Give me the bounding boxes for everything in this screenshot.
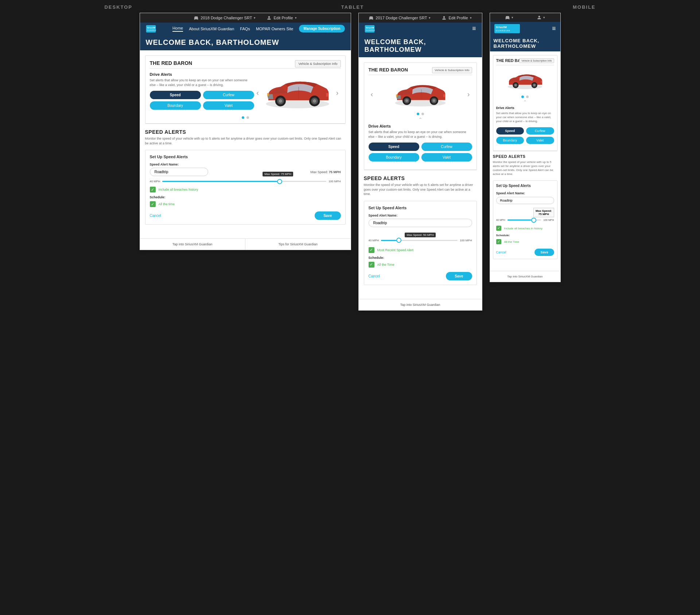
tablet-drive-alerts-title: Drive Alerts (369, 124, 472, 128)
mobile-form-subtitle: Set Up Speed Alerts (496, 184, 554, 188)
tablet-prev-arrow[interactable]: ‹ (369, 90, 376, 98)
tablet-slider-thumb[interactable] (396, 238, 401, 243)
svg-point-35 (533, 84, 535, 86)
mobile-vehicle-icon[interactable]: ▾ (505, 15, 513, 20)
tablet-next-arrow[interactable]: › (465, 90, 472, 98)
prev-arrow[interactable]: ‹ (254, 89, 261, 97)
speed-alert-name-input[interactable] (150, 168, 208, 176)
mobile-vehicle-card: THE RED BARON Vehicle & Subscription Inf… (493, 55, 557, 151)
mobile-slider-thumb[interactable] (531, 218, 536, 223)
mobile-logo: SiriusXM GUARDIAN (494, 24, 520, 33)
dot-2 (246, 116, 249, 119)
mobile-name-input[interactable] (496, 197, 554, 204)
mobile-vehicle-info-button[interactable]: Vehicle & Subscription Info (519, 58, 554, 63)
svg-rect-25 (396, 94, 397, 97)
mobile-all-time-label: All the Time (504, 240, 520, 244)
mobile-boundary-button[interactable]: Boundary (496, 137, 524, 144)
tablet-form-subtitle: Set Up Speed Alerts (369, 206, 472, 210)
mobile-footer: Tap into SiriusXM Guardian (490, 271, 560, 282)
desktop-slider-fill (162, 181, 277, 182)
nav-about[interactable]: About SiriusXM Guardian (189, 27, 234, 31)
tablet-boundary-button[interactable]: Boundary (369, 153, 419, 161)
desktop-footer-tips[interactable]: Tips for SiriusXM Guardian (245, 239, 351, 250)
nav-mopar[interactable]: MOPAR Owners Site (256, 27, 293, 31)
desktop-form-subtitle: Set Up Speed Alerts (150, 155, 341, 159)
tablet-curfew-button[interactable]: Curfew (421, 143, 472, 151)
mobile-cancel-link[interactable]: Cancel (496, 250, 506, 254)
desktop-alerts-left: Drive Alerts Set alerts that allow you t… (150, 72, 254, 113)
tablet-vehicle-info-button[interactable]: Vehicle & Subscription Info (432, 67, 472, 73)
mobile-drive-alerts-desc: Set alerts that allow you to keep an eye… (496, 111, 554, 124)
svg-text:GUARDIAN: GUARDIAN (366, 30, 375, 31)
desktop-slider-row: 40 MPH Max Speed: 75 MPH 100 MPH (150, 180, 341, 183)
desktop-profile-item[interactable]: Edit Profile ▾ (267, 15, 296, 20)
mobile-form-actions: Cancel Save (496, 249, 554, 256)
tablet-name-input[interactable] (369, 219, 472, 227)
tablet-welcome: WELCOME BACK, BARTHOLOMEW (359, 35, 482, 57)
nav-home[interactable]: Home (172, 26, 183, 32)
tablet-speed-button[interactable]: Speed (369, 143, 419, 151)
desktop-slider-track[interactable]: Max Speed: 75 MPH (162, 181, 326, 182)
tablet-slider[interactable] (381, 240, 458, 241)
desktop-name-label: Speed Alert Name: (150, 163, 341, 166)
tablet-speed-title: SPEED ALERTS (364, 175, 477, 181)
next-arrow[interactable]: › (334, 89, 341, 97)
mobile-hamburger[interactable]: ≡ (552, 25, 556, 32)
tablet-all-time-checkbox[interactable]: ✓ (369, 262, 374, 268)
desktop-nav-links: Home About SiriusXM Guardian FAQs MOPAR … (172, 25, 345, 32)
vehicle-info-button[interactable]: Vehicle & Subscription Info (295, 60, 341, 67)
tablet-valet-button[interactable]: Valet (421, 153, 472, 161)
tablet-car-area: ‹ (369, 79, 472, 110)
mobile-slider[interactable] (508, 219, 541, 221)
tablet-most-recent-checkbox[interactable]: ✓ (369, 247, 374, 253)
desktop-cancel-link[interactable]: Cancel (150, 214, 161, 218)
mobile-footer-tap[interactable]: Tap into SiriusXM Guardian (490, 271, 560, 282)
desktop-save-button[interactable]: Save (315, 211, 341, 220)
boundary-button[interactable]: Boundary (150, 101, 201, 110)
screens-row: 2018 Dodge Challenger SRT ▾ Edit Profile… (0, 13, 700, 311)
svg-point-32 (515, 84, 517, 86)
svg-text:GUARDIAN: GUARDIAN (147, 30, 156, 31)
tablet-speed-section: SPEED ALERTS Monitor the speed of your v… (359, 170, 482, 295)
tablet-slider-row: 40 MPH 100 MPH (369, 239, 472, 242)
mobile-alltime-row: ✓ All the Time (496, 239, 554, 244)
tablet-dots (369, 113, 472, 115)
desktop-footer-tap[interactable]: Tap into SiriusXM Guardian (140, 239, 246, 250)
tablet-footer-tap[interactable]: Tap into SiriusXM Guardian (359, 299, 482, 310)
nav-faqs[interactable]: FAQs (240, 27, 250, 31)
profile-chevron: ▾ (295, 16, 297, 20)
desktop-slider-thumb[interactable]: Max Speed: 75 MPH (277, 179, 282, 184)
desktop-label: DESKTOP (104, 4, 132, 10)
speed-button[interactable]: Speed (150, 91, 201, 99)
mobile-profile-icon[interactable]: ▾ (537, 15, 545, 20)
desktop-speed-alerts-title: SPEED ALERTS (145, 129, 346, 135)
tablet-profile-item[interactable]: Edit Profile ▾ (442, 15, 471, 20)
desktop-vehicle-item[interactable]: 2018 Dodge Challenger SRT ▾ (194, 15, 256, 20)
desktop-profile-text: Edit Profile (273, 16, 293, 20)
tablet-cancel-link[interactable]: Cancel (369, 274, 380, 278)
mobile-curfew-button[interactable]: Curfew (526, 127, 554, 135)
curfew-button[interactable]: Curfew (203, 91, 254, 99)
manage-subscription-button[interactable]: Manage Subscription (299, 25, 345, 32)
include-breaches-checkbox[interactable]: ✓ (150, 187, 156, 192)
tablet-hamburger[interactable]: ≡ (472, 25, 476, 32)
tablet-save-button[interactable]: Save (446, 272, 472, 280)
mobile-navbar: SiriusXM GUARDIAN ≡ (490, 22, 560, 35)
mobile-include-breaches-checkbox[interactable]: ✓ (496, 226, 501, 231)
valet-button[interactable]: Valet (203, 101, 254, 110)
all-time-checkbox[interactable]: ✓ (150, 201, 156, 207)
mobile-all-time-checkbox[interactable]: ✓ (496, 239, 501, 244)
mobile-drive-alerts-title: Drive Alerts (496, 106, 554, 110)
dot-1 (242, 116, 244, 119)
mobile-valet-button[interactable]: Valet (526, 137, 554, 144)
mobile-speed-button[interactable]: Speed (496, 127, 524, 135)
svg-rect-11 (326, 93, 328, 97)
mobile-dot-2 (526, 96, 529, 98)
tablet-all-time-label: All the Time (377, 263, 394, 266)
desktop-speed-alerts-section: SPEED ALERTS Monitor the speed of your v… (140, 124, 351, 235)
tablet-vehicle-item[interactable]: 2017 Dodge Challenger SRT ▾ (369, 15, 431, 20)
tablet-alltime-row: ✓ All the Time (369, 262, 472, 268)
mobile-save-button[interactable]: Save (534, 249, 554, 256)
desktop-speed-alerts-desc: Monitor the speed of your vehicle with u… (145, 136, 346, 145)
mobile-chevron: ⌃ (496, 98, 554, 106)
